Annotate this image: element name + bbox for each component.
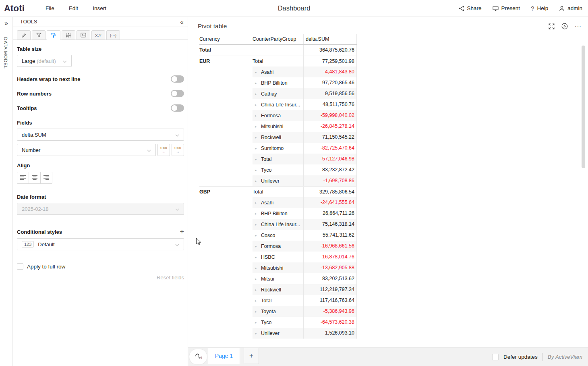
data-model-label[interactable]: DATA MODEL [3,37,8,69]
expand-chevron-icon[interactable]: ▸ [255,263,261,273]
collapse-panel-icon[interactable]: « [180,19,184,25]
currency-cell [199,121,253,132]
tab-query[interactable] [77,30,90,40]
expand-chevron-icon[interactable]: ▸ [255,176,261,186]
help-button[interactable]: ? Help [531,5,548,12]
arrow-right-icon: → [176,150,180,154]
counterparty-label: Formosa [261,241,281,252]
expand-panel-icon[interactable]: » [0,19,12,28]
counterparty-label: Tyco [261,165,271,175]
currency-cell [199,99,253,110]
expand-chevron-icon[interactable]: ▸ [255,143,261,154]
pivot-row: ▸Unilever1,526,093.10 [199,328,357,339]
play-circle-icon[interactable] [561,23,568,29]
align-center-button[interactable] [29,172,41,184]
user-menu[interactable]: admin [559,5,582,11]
expand-chevron-icon[interactable]: ▸ [255,121,261,132]
value-cell: -64,573,620.38 [303,317,357,328]
expand-chevron-icon[interactable]: ▸ [255,274,261,284]
expand-chevron-icon[interactable]: ▸ [255,132,261,143]
headers-wrap-toggle[interactable] [171,75,184,83]
decrease-decimals-button[interactable]: 0.00 ← [157,144,170,156]
currency-cell [199,328,253,339]
share-button[interactable]: Share [459,5,482,11]
tab-xy[interactable]: X:Y [91,30,105,40]
menu-edit[interactable]: Edit [69,5,78,11]
tools-title: TOOLS [20,19,37,25]
tab-edit[interactable] [17,30,31,40]
menu-file[interactable]: File [46,5,54,11]
present-label: Present [501,5,520,11]
expand-chevron-icon[interactable]: ▸ [255,89,261,99]
tab-settings[interactable] [62,30,75,40]
field-select[interactable]: delta.SUM [17,129,184,141]
currency-cell [199,219,253,230]
row-numbers-toggle[interactable] [171,90,184,97]
expand-chevron-icon[interactable]: ▸ [255,230,261,241]
present-button[interactable]: Present [493,5,520,11]
add-conditional-style-icon[interactable]: + [180,228,184,235]
tooltips-toggle[interactable] [171,104,184,112]
expand-chevron-icon[interactable]: ▸ [255,198,261,208]
currency-cell [199,143,253,154]
expand-chevron-icon[interactable]: ▸ [255,208,261,219]
arrow-left-icon: ← [162,150,166,154]
expand-chevron-icon[interactable]: ▸ [255,328,261,339]
expand-chevron-icon[interactable]: ▸ [255,78,261,88]
counterparty-cell: ▸Tyco [253,317,303,328]
increase-decimals-button[interactable]: 0.00 → [172,144,184,156]
value-cell: 1,526,093.10 [303,328,357,339]
date-format-label: Date format [17,194,184,200]
activeviam-credit: By ActiveViam [548,354,582,360]
expand-chevron-icon[interactable]: ▸ [255,306,261,317]
number-format-select[interactable]: Number [17,144,156,156]
tab-advanced[interactable]: {···} [106,30,120,40]
conditional-style-select[interactable]: 123 Default [17,238,184,250]
column-header-deltasum[interactable]: delta.SUM [303,34,357,44]
counterparty-cell: ▸Mitsui [253,273,303,284]
align-right-button[interactable] [40,172,52,184]
menu-insert[interactable]: Insert [93,5,106,11]
expand-chevron-icon[interactable]: ▸ [255,110,261,121]
pivot-row: EURTotal77,259,501.98 [199,56,357,67]
tab-style[interactable] [47,30,60,40]
widget-title: Pivot table [198,23,549,30]
expand-chevron-icon[interactable]: ▸ [255,285,261,295]
fullscreen-icon[interactable] [549,23,555,29]
tab-filter[interactable] [32,30,46,40]
dock-widget-button[interactable] [189,349,207,364]
value-cell: 112,219,797.34 [303,284,357,295]
more-options-icon[interactable]: ··· [575,23,582,29]
align-left-button[interactable] [17,172,29,184]
pivot-row: ▸Rockwell71,150,545.22 [199,132,357,143]
value-cell: -59,998,040.02 [303,110,357,121]
counterparty-label: Unilever [261,328,280,339]
apply-full-row-checkbox[interactable] [17,263,23,270]
expand-chevron-icon[interactable]: ▸ [255,252,261,262]
expand-chevron-icon[interactable]: ▸ [255,295,261,306]
expand-chevron-icon[interactable]: ▸ [255,165,261,175]
expand-chevron-icon[interactable]: ▸ [255,67,261,77]
column-header-currency[interactable]: Currency [199,34,253,44]
expand-chevron-icon[interactable]: ▸ [255,154,261,164]
expand-chevron-icon[interactable]: ▸ [255,219,261,230]
reset-fields-link[interactable]: Reset fields [17,274,184,281]
currency-cell [199,67,253,77]
tools-tabstrip: X:Y {···} [13,27,188,40]
pivot-row: GBPTotal329,785,806.54 [199,186,357,197]
page-tab[interactable]: Page 1 [208,348,240,364]
add-page-button[interactable]: + [244,348,259,364]
defer-updates-checkbox[interactable] [492,354,499,360]
vertical-scrollbar[interactable] [582,46,585,168]
expand-chevron-icon[interactable]: ▸ [255,241,261,252]
pivot-row: ▸BHP Billiton97,720,865.46 [199,77,357,88]
column-header-counterpartygroup[interactable]: CounterPartyGroup [253,34,303,44]
xy-axes-icon: X:Y [95,33,101,37]
expand-chevron-icon[interactable]: ▸ [255,317,261,328]
value-cell: -16,878,014.76 [303,252,357,262]
counterparty-label: Mitsui [261,274,274,284]
table-size-select[interactable]: Large (default) [17,55,72,67]
page-bar: Page 1 + Defer updates By ActiveViam [188,347,588,366]
pivot-widget: Pivot table ··· Currency CounterPartyGro… [188,17,588,347]
expand-chevron-icon[interactable]: ▸ [255,100,261,110]
